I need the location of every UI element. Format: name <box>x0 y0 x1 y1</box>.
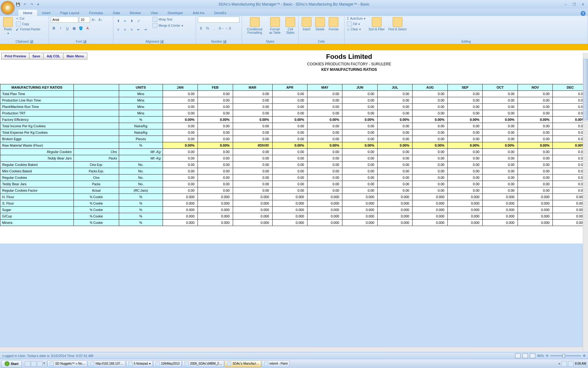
data-cell[interactable]: 0.00 <box>307 168 342 174</box>
number-format-select[interactable] <box>198 17 239 23</box>
data-cell[interactable]: 0.00 <box>272 129 307 136</box>
row-label2[interactable] <box>74 123 119 129</box>
row-unit[interactable]: % <box>119 200 163 207</box>
data-cell[interactable]: 0.000 <box>447 194 482 200</box>
data-cell[interactable]: 0.00 <box>163 155 198 162</box>
data-cell[interactable]: 0.000 <box>307 213 342 220</box>
data-cell[interactable]: 0.00% <box>163 117 198 123</box>
data-cell[interactable]: 0.00 <box>272 174 307 181</box>
data-cell[interactable]: 0.000 <box>233 207 272 213</box>
data-cell[interactable]: 0.00 <box>307 104 342 110</box>
row-label2[interactable]: Packs <box>74 181 119 187</box>
data-cell[interactable]: 0.00 <box>233 181 272 187</box>
row-unit[interactable]: Pieces <box>119 136 163 142</box>
zoom-thumb[interactable] <box>563 354 565 358</box>
inc-decimal-icon[interactable]: .0→ <box>218 25 224 31</box>
taskbar-item[interactable]: 5 Notepad▾ <box>126 360 153 367</box>
data-cell[interactable]: 0.00 <box>483 174 518 181</box>
taskbar-item[interactable]: mbm4 - Paint <box>262 360 290 367</box>
row-label[interactable]: Total Plan Time <box>0 91 74 97</box>
dialog-launcher-icon[interactable] <box>30 40 33 43</box>
data-cell[interactable]: 0.00 <box>272 168 307 174</box>
row-label2[interactable]: Ctns <box>74 174 119 181</box>
data-cell[interactable]: 0.00 <box>377 149 412 155</box>
row-unit[interactable]: Naira/Kg <box>119 129 163 136</box>
data-cell[interactable]: 0.00 <box>342 149 377 155</box>
data-cell[interactable]: 0.00 <box>413 181 447 187</box>
data-cell[interactable]: 0.00 <box>483 136 518 142</box>
restore-button[interactable]: ❐ <box>570 2 578 7</box>
ql-icon[interactable] <box>25 361 30 366</box>
data-cell[interactable]: 0.00 <box>447 110 482 117</box>
data-cell[interactable]: 0.00 <box>447 136 482 142</box>
row-unit[interactable]: % <box>119 142 163 149</box>
data-cell[interactable]: 0.000 <box>342 207 377 213</box>
data-cell[interactable]: 0.00 <box>163 136 198 142</box>
column-header[interactable] <box>74 84 119 91</box>
row-label[interactable]: Factory Efficiency <box>0 117 74 123</box>
data-cell[interactable]: 0.00 <box>413 91 447 97</box>
data-cell[interactable]: 0.00 <box>163 97 198 104</box>
data-cell[interactable]: 0.000 <box>413 200 447 207</box>
bold-button[interactable]: B <box>51 25 57 31</box>
data-cell[interactable]: 0.000 <box>342 220 377 226</box>
data-cell[interactable]: 0.00 <box>163 110 198 117</box>
align-center-icon[interactable]: ≡ <box>122 26 128 33</box>
dialog-launcher-icon[interactable] <box>160 40 164 43</box>
column-header[interactable]: FEB <box>198 84 233 91</box>
data-cell[interactable]: 0.00% <box>233 117 272 123</box>
data-cell[interactable]: 0.00 <box>233 149 272 155</box>
data-cell[interactable]: 0.00 <box>377 174 412 181</box>
tab-formulas[interactable]: Formulas <box>84 10 108 16</box>
row-unit[interactable]: No. <box>119 168 163 174</box>
data-cell[interactable]: 0.000 <box>377 213 412 220</box>
tab-home[interactable]: Home <box>18 10 37 16</box>
data-cell[interactable]: 0.00 <box>163 104 198 110</box>
conditional-formatting-button[interactable]: Conditional Formatting <box>244 17 266 35</box>
data-cell[interactable]: 0.000 <box>413 207 447 213</box>
row-label2[interactable]: % Cookie <box>74 200 119 207</box>
data-cell[interactable]: 0.00 <box>483 168 518 174</box>
data-cell[interactable]: 0.00 <box>447 162 482 168</box>
row-label2[interactable] <box>74 110 119 117</box>
data-cell[interactable]: 0.000 <box>518 213 552 220</box>
data-cell[interactable]: #DIV/0! <box>233 142 272 149</box>
data-cell[interactable]: 0.00 <box>163 174 198 181</box>
data-cell[interactable]: 0.00 <box>307 129 342 136</box>
print-preview-button[interactable]: Print Preview <box>1 53 29 59</box>
row-label2[interactable]: % Cookie <box>74 207 119 213</box>
insert-button[interactable]: Insert <box>300 17 313 32</box>
data-cell[interactable]: 0.000 <box>483 213 518 220</box>
data-cell[interactable]: 0.00 <box>198 149 233 155</box>
zoom-slider[interactable] <box>550 355 581 356</box>
data-cell[interactable]: 0.00 <box>377 91 412 97</box>
autosum-button[interactable]: ΣAutoSum▾ <box>346 17 366 21</box>
data-cell[interactable]: 0.00 <box>377 110 412 117</box>
data-cell[interactable]: 0.000 <box>198 220 233 226</box>
data-cell[interactable]: 0.00 <box>198 174 233 181</box>
data-cell[interactable]: 0.000 <box>163 213 198 220</box>
row-label[interactable]: Broken Eggs <box>0 136 74 142</box>
vertical-scrollbar[interactable] <box>583 53 588 352</box>
data-cell[interactable]: 0.00% <box>447 142 482 149</box>
data-cell[interactable]: 0.00 <box>198 123 233 129</box>
data-cell[interactable]: 0.00 <box>163 149 198 155</box>
data-cell[interactable]: 0.00 <box>198 104 233 110</box>
data-cell[interactable]: 0.00 <box>198 155 233 162</box>
data-cell[interactable]: 0.00 <box>163 123 198 129</box>
data-cell[interactable]: 0.00 <box>198 162 233 168</box>
data-cell[interactable]: 0.000 <box>307 220 342 226</box>
format-as-table-button[interactable]: Format as Table <box>267 17 283 35</box>
data-cell[interactable]: 0.00 <box>342 136 377 142</box>
data-cell[interactable]: 0.00 <box>233 123 272 129</box>
data-cell[interactable]: 0.00 <box>342 187 377 194</box>
row-unit[interactable]: % <box>119 220 163 226</box>
data-cell[interactable]: 0.00 <box>413 168 447 174</box>
row-label2[interactable]: % Cookie <box>74 213 119 220</box>
data-cell[interactable]: 0.00 <box>307 110 342 117</box>
data-cell[interactable]: 0.00% <box>198 117 233 123</box>
data-cell[interactable]: 0.00 <box>198 168 233 174</box>
data-cell[interactable]: 0.00 <box>518 181 552 187</box>
data-cell[interactable]: 0.000 <box>483 194 518 200</box>
row-label[interactable]: Teddy Bear Jars <box>0 155 74 162</box>
